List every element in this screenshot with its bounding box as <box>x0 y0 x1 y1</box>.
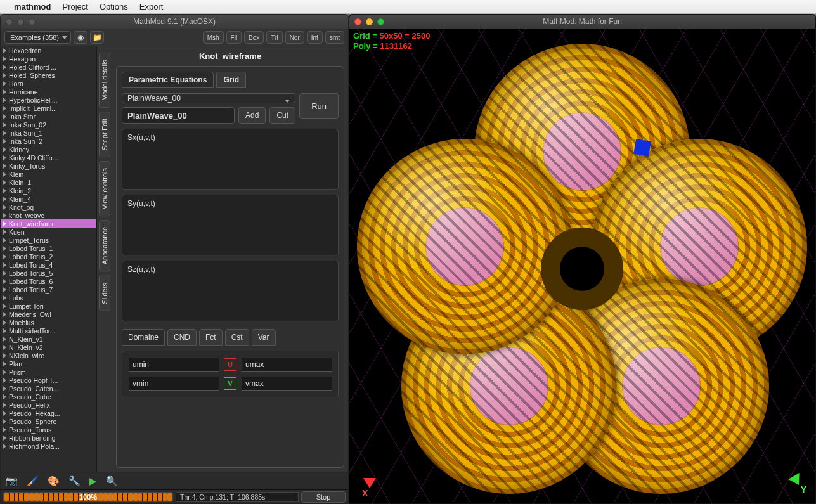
folder-icon[interactable]: 📁 <box>90 31 104 44</box>
render-option-box[interactable]: Box <box>244 31 264 44</box>
render-option-inf[interactable]: Inf <box>307 31 323 44</box>
tree-item[interactable]: Hurricane <box>1 87 96 96</box>
tree-item[interactable]: Kidney <box>1 145 96 153</box>
tree-item[interactable]: knot_weave <box>1 211 96 219</box>
model-tree[interactable]: HexaedronHexagonHoled Clifford ...Holed_… <box>1 46 97 472</box>
add-button[interactable]: Add <box>238 107 266 124</box>
tree-item[interactable]: Inka Star <box>1 112 96 120</box>
cut-button[interactable]: Cut <box>269 107 295 124</box>
lower-tab-var[interactable]: Var <box>252 329 276 346</box>
tree-item[interactable]: Lobed Torus_4 <box>1 261 96 269</box>
play-icon[interactable]: ▶ <box>89 475 97 487</box>
tree-item[interactable]: Pseudo Hopf T... <box>1 376 96 384</box>
tree-item[interactable]: Pseudo_Helix <box>1 401 96 409</box>
tree-item[interactable]: Richmond Pola... <box>1 442 96 450</box>
tree-item[interactable]: Kinky_Torus <box>1 162 96 170</box>
tree-item[interactable]: Lobed Torus_7 <box>1 285 96 294</box>
umin-input[interactable]: umin <box>129 358 219 372</box>
tree-item[interactable]: Lobed Torus_5 <box>1 269 96 277</box>
camera-icon[interactable]: 📷 <box>6 475 18 487</box>
side-tab-model-details[interactable]: Model details <box>99 53 110 108</box>
tab-parametric[interactable]: Parametric Equations <box>122 72 214 88</box>
tree-item[interactable]: Lobed Torus_6 <box>1 277 96 285</box>
tree-item[interactable]: Knot_wireframe <box>1 219 96 228</box>
menu-export[interactable]: Export <box>139 2 164 11</box>
tree-item[interactable]: Klein_1 <box>1 178 96 186</box>
tree-item[interactable]: Pseudo_Cube <box>1 392 96 401</box>
tree-item[interactable]: Kuen <box>1 228 96 236</box>
side-tab-appearance[interactable]: Appearance <box>99 220 110 271</box>
tree-item[interactable]: Klein_2 <box>1 186 96 195</box>
tree-item[interactable]: Horn <box>1 79 96 87</box>
lower-tab-domaine[interactable]: Domaine <box>122 329 165 346</box>
tree-item[interactable]: Implicit_Lemni... <box>1 104 96 112</box>
umax-input[interactable]: umax <box>242 358 332 372</box>
tree-item[interactable]: N_Klein_v2 <box>1 343 96 351</box>
component-name-input[interactable]: PlainWeave_00 <box>122 107 235 124</box>
tree-item[interactable]: Hexagon <box>1 55 96 63</box>
tree-item[interactable]: Limpet_Torus <box>1 236 96 244</box>
viewport-titlebar[interactable]: MathMod: Math for Fun <box>349 15 815 29</box>
wrench-icon[interactable]: 🔧 <box>68 475 81 487</box>
render-option-fil[interactable]: Fil <box>226 31 242 44</box>
lower-tab-fct[interactable]: Fct <box>199 329 223 346</box>
viewport-3d[interactable]: Grid = 50x50 = 2500 Poly = 1131162 X Y <box>349 29 815 503</box>
sy-equation[interactable]: Sy(u,v,t) <box>122 195 339 255</box>
stop-button[interactable]: Stop <box>301 491 346 503</box>
tree-item[interactable]: Lumpet Tori <box>1 302 96 310</box>
tree-item[interactable]: Pseudo_Sphere <box>1 417 96 425</box>
vmin-input[interactable]: vmin <box>129 377 219 391</box>
tree-item[interactable]: Klein <box>1 170 96 178</box>
tree-item[interactable]: NKlein_wire <box>1 351 96 359</box>
palette-icon[interactable]: 🎨 <box>48 475 60 487</box>
menu-options[interactable]: Options <box>100 2 128 11</box>
component-select[interactable]: PlainWeave_00 <box>122 93 295 103</box>
render-option-smt[interactable]: smt <box>325 31 344 44</box>
tree-item[interactable]: Lobed Torus_1 <box>1 244 96 252</box>
side-tab-sliders[interactable]: Sliders <box>99 276 110 311</box>
render-option-msh[interactable]: Msh <box>203 31 224 44</box>
tree-item[interactable]: Inka Sun_2 <box>1 137 96 145</box>
tree-item[interactable]: Kinky 4D Cliffo... <box>1 153 96 162</box>
tree-item[interactable]: Holed_Spheres <box>1 71 96 79</box>
tree-item[interactable]: HyperbolicHeli... <box>1 96 96 104</box>
sz-equation[interactable]: Sz(u,v,t) <box>122 261 339 321</box>
tree-item[interactable]: Klein_4 <box>1 195 96 203</box>
tree-item[interactable]: N_Klein_v1 <box>1 335 96 343</box>
tree-item[interactable]: Knot_pq <box>1 203 96 211</box>
vmax-input[interactable]: vmax <box>242 377 332 391</box>
lower-tab-cnd[interactable]: CND <box>167 329 197 346</box>
tree-item[interactable]: Ribbon bending <box>1 434 96 442</box>
refresh-icon[interactable]: ◉ <box>74 31 87 44</box>
examples-dropdown[interactable]: Examples (358) <box>4 31 71 44</box>
editor-titlebar[interactable]: MathMod-9.1 (MacOSX) <box>1 15 348 29</box>
render-option-nor[interactable]: Nor <box>285 31 304 44</box>
render-option-tri[interactable]: Tri <box>266 31 282 44</box>
u-link-icon[interactable]: U <box>224 358 236 371</box>
tree-item[interactable]: Inka Sun_1 <box>1 129 96 137</box>
mac-menubar[interactable]: mathmod Project Options Export <box>0 0 816 14</box>
side-tab-script-edit[interactable]: Script Edit <box>99 112 110 157</box>
tree-item[interactable]: Multi-sidedTor... <box>1 326 96 335</box>
tree-item[interactable]: Lobed Torus_2 <box>1 252 96 261</box>
app-name[interactable]: mathmod <box>14 2 51 11</box>
tree-item[interactable]: Maeder's_Owl <box>1 310 96 318</box>
v-link-icon[interactable]: V <box>224 377 236 390</box>
tab-grid[interactable]: Grid <box>216 72 246 88</box>
tree-item[interactable]: Moebius <box>1 318 96 326</box>
run-button[interactable]: Run <box>299 93 339 119</box>
tree-item[interactable]: Inka Sun_02 <box>1 120 96 129</box>
tree-item[interactable]: Pseudo_Hexag... <box>1 409 96 417</box>
tree-item[interactable]: Holed Clifford ... <box>1 63 96 71</box>
tree-item[interactable]: Hexaedron <box>1 46 96 55</box>
menu-project[interactable]: Project <box>63 2 88 11</box>
tree-item[interactable]: Plan <box>1 359 96 368</box>
search-icon[interactable]: 🔍 <box>106 475 118 487</box>
side-tab-view-controls[interactable]: View controls <box>99 161 110 216</box>
tree-item[interactable]: Prism <box>1 368 96 376</box>
lower-tab-cst[interactable]: Cst <box>225 329 249 346</box>
brush-icon[interactable]: 🖌️ <box>27 475 39 487</box>
sx-equation[interactable]: Sx(u,v,t) <box>122 129 339 190</box>
tree-item[interactable]: Pseudo_Caten... <box>1 384 96 392</box>
tree-item[interactable]: Lobs <box>1 294 96 302</box>
